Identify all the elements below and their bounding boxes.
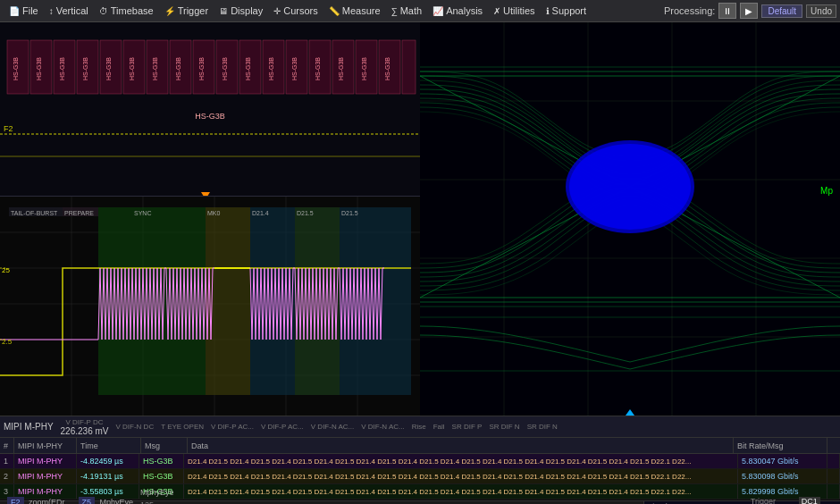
svg-text:TAIL-OF-BURST: TAIL-OF-BURST [11,210,58,216]
status-vdifpdc: V DIF-P DC 226.236 mV [61,418,109,436]
vertical-icon: ↕ [49,6,54,16]
menu-support[interactable]: ℹ Support [541,0,592,21]
svg-text:D21.5: D21.5 [341,210,358,216]
th-proto: MIPI M-PHY [14,438,77,453]
svg-text:D21.5: D21.5 [297,210,314,216]
status-rise: Rise [412,423,426,431]
menu-display[interactable]: 🖥 Display [214,0,268,21]
row-bitrate-2: 5.830098 Gbit/s [738,469,827,483]
svg-text:HS-G3B: HS-G3B [13,57,19,80]
zoom-group-f2: F2 zoom(EDr... 100 mV/div 1.00 µs/div [7,498,71,504]
svg-text:HS-G3B: HS-G3B [384,57,391,80]
svg-rect-56 [98,207,206,395]
lower-wave-svg: TAIL-OF-BURST PREPARE SYNC MK0 D21.4 D21… [0,197,420,416]
svg-text:HS-G3B: HS-G3B [245,57,251,80]
row-proto-2: MIPI M-PHY [14,469,77,483]
svg-text:HS-G3B: HS-G3B [361,57,367,80]
row-proto-1: MIPI M-PHY [14,454,77,468]
menu-file[interactable]: 📄 File [4,0,44,21]
trigger-group: Trigger DC1 Stop 0 mV Edge Positive [751,497,827,504]
default-button[interactable]: Default [761,4,802,18]
row-msg-1: HS-G3B [139,454,184,468]
svg-text:HS-G3B: HS-G3B [105,57,112,80]
svg-text:2.5: 2.5 [2,338,13,346]
svg-text:SYNC: SYNC [134,210,151,216]
status-fall: Fall [433,423,445,431]
menu-math[interactable]: ∑ Math [386,0,428,21]
th-num: # [0,438,14,453]
table-row[interactable]: 2 MIPI M-PHY -4.19131 µs HS-G3B D21.4 D2… [0,469,840,484]
status-mipi: MIPI M-PHY [4,422,54,432]
row-scroll-3 [827,484,840,499]
svg-text:HS-G3B: HS-G3B [195,112,225,121]
zoom-mphy-vdiv: 125 mV/div [140,500,172,504]
svg-text:HS-G3B: HS-G3B [268,57,274,80]
status-srdifn2: SR DIF N [527,423,558,431]
menu-measure[interactable]: 📏 Measure [323,0,386,21]
menu-cursors[interactable]: ✛ Cursors [268,0,323,21]
support-icon: ℹ [546,6,550,16]
menu-right: Processing: ⏸ ▶ Default Undo [664,3,836,19]
svg-text:HS-G3B: HS-G3B [36,57,42,80]
left-panel: HS-G3B HS-G3B HS-G3B HS-G3B HS-G3B HS-G3… [0,22,420,416]
file-icon: 📄 [9,6,20,16]
pause-button[interactable]: ⏸ [718,3,736,19]
svg-point-91 [569,144,691,230]
play-button[interactable]: ▶ [740,3,758,19]
upper-waveform: HS-G3B HS-G3B HS-G3B HS-G3B HS-G3B HS-G3… [0,22,420,197]
zoom-group-mphy: MphyEye 125 mV/div 28.6 ps/div 38.417 kf… [140,488,174,504]
main-area: HS-G3B HS-G3B HS-G3B HS-G3B HS-G3B HS-G3… [0,22,840,416]
svg-text:Mp: Mp [820,186,833,196]
eye-diagram-svg: Mp [420,22,840,416]
processing-label: Processing: [664,5,715,16]
menu-vertical[interactable]: ↕ Vertical [44,0,94,21]
menu-analysis[interactable]: 📈 Analysis [427,0,488,21]
menu-utilities[interactable]: ✗ Utilities [488,0,540,21]
menu-trigger[interactable]: ⚡ Trigger [159,0,214,21]
status-srdifn1: SR DIF N [489,423,519,431]
status-vdifnac1: V DIF-N AC... [311,423,354,431]
th-data: Data [188,438,734,453]
upper-wave-svg: HS-G3B HS-G3B HS-G3B HS-G3B HS-G3B HS-G3… [0,22,420,197]
svg-text:HS-G3B: HS-G3B [175,57,181,80]
row-data-2: D21.4 D21.5 D21.4 D21.5 D21.4 D21.5 D21.… [184,469,738,483]
th-msg: Msg [141,438,188,453]
row-data-1: D21.4 D21.5 D21.4 D21.5 D21.4 D21.5 D21.… [184,454,738,468]
zoom-mphy-title: MphyEye [140,488,174,497]
row-msg-2: HS-G3B [139,469,184,483]
svg-text:HS-G3B: HS-G3B [82,57,88,80]
zoom-group-z5: Z5 MphyEye 100 mV/div 2.00 ns/div [79,498,134,504]
timebase-icon: ⏱ [99,6,108,16]
svg-text:PREPARE: PREPARE [64,210,94,216]
status-srdifp: SR DIF P [452,423,483,431]
svg-text:HS-G3B: HS-G3B [315,57,321,80]
math-icon: ∑ [391,6,398,16]
row-time-2: -4.19131 µs [77,469,139,483]
row-time-1: -4.82459 µs [77,454,139,468]
svg-text:HS-G3B: HS-G3B [222,57,228,80]
undo-button[interactable]: Undo [806,4,836,18]
analysis-icon: 📈 [433,6,443,16]
eye-diagram-panel: Mp [420,22,840,416]
menu-timebase[interactable]: ⏱ Timebase [94,0,159,21]
th-time: Time [77,438,141,453]
status-vdifpac1: V DIF-P AC... [211,423,254,431]
svg-text:HS-G3B: HS-G3B [59,57,65,80]
svg-text:HS-G3B: HS-G3B [198,57,205,80]
bottom-left: F2 zoom(EDr... 100 mV/div 1.00 µs/div Z5… [0,488,643,504]
cursors-icon: ✛ [273,6,281,16]
utilities-icon: ✗ [493,6,500,16]
status-vdifpac2: V DIF-P AC... [261,423,304,431]
svg-text:HS-G3B: HS-G3B [152,57,158,80]
svg-text:HS-G3B: HS-G3B [291,57,298,80]
svg-text:25: 25 [2,266,10,274]
row-scroll-1 [827,454,840,468]
table-row[interactable]: 1 MIPI M-PHY -4.82459 µs HS-G3B D21.4 D2… [0,454,840,469]
svg-text:F2: F2 [4,124,13,133]
status-teyeopen: T EYE OPEN [161,423,204,431]
th-scroll [827,438,840,453]
menu-bar: 📄 File ↕ Vertical ⏱ Timebase ⚡ Trigger 🖥… [0,0,840,22]
row-num-1: 1 [0,454,14,468]
row-scroll-2 [827,469,840,483]
svg-rect-64 [340,207,411,395]
